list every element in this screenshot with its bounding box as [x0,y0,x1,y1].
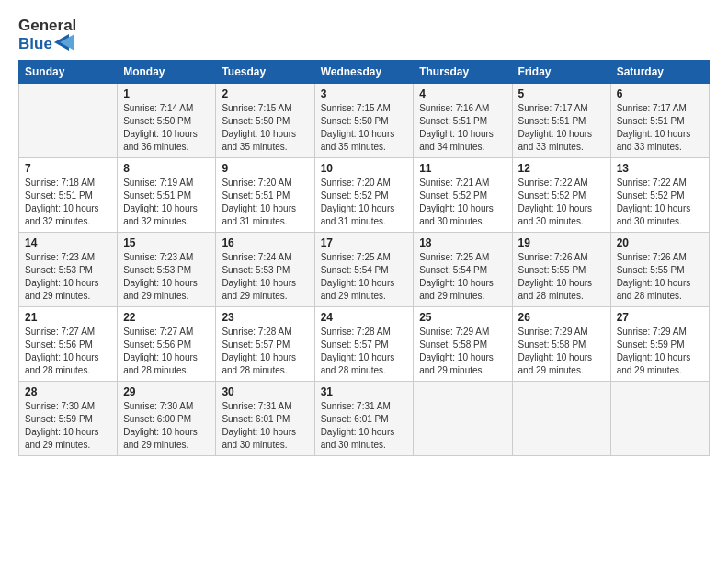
day-info: Sunrise: 7:29 AM Sunset: 5:58 PM Dayligh… [518,326,605,377]
day-info: Sunrise: 7:20 AM Sunset: 5:52 PM Dayligh… [321,177,408,228]
header-row: SundayMondayTuesdayWednesdayThursdayFrid… [19,61,710,84]
calendar-cell: 22Sunrise: 7:27 AM Sunset: 5:56 PM Dayli… [118,307,216,382]
day-info: Sunrise: 7:17 AM Sunset: 5:51 PM Dayligh… [518,102,605,154]
week-row-4: 21Sunrise: 7:27 AM Sunset: 5:56 PM Dayli… [19,307,710,382]
day-info: Sunrise: 7:28 AM Sunset: 5:57 PM Dayligh… [222,326,308,377]
day-number: 10 [321,162,408,175]
day-info: Sunrise: 7:28 AM Sunset: 5:57 PM Dayligh… [321,326,408,377]
day-number: 20 [617,236,703,249]
calendar-cell [512,382,610,456]
calendar-cell: 2Sunrise: 7:15 AM Sunset: 5:50 PM Daylig… [216,84,314,158]
weekday-header-tuesday: Tuesday [216,61,314,84]
calendar-cell: 9Sunrise: 7:20 AM Sunset: 5:51 PM Daylig… [216,158,314,233]
day-info: Sunrise: 7:20 AM Sunset: 5:51 PM Dayligh… [222,177,308,228]
calendar-cell: 4Sunrise: 7:16 AM Sunset: 5:51 PM Daylig… [414,84,512,158]
weekday-header-wednesday: Wednesday [314,61,414,84]
weekday-header-monday: Monday [118,61,216,84]
day-number: 7 [25,162,111,175]
day-number: 5 [518,87,605,100]
calendar-cell: 13Sunrise: 7:22 AM Sunset: 5:52 PM Dayli… [610,158,709,233]
calendar-table: SundayMondayTuesdayWednesdayThursdayFrid… [18,60,710,456]
day-number: 14 [25,236,111,249]
logo-blue: Blue [18,35,76,53]
week-row-2: 7Sunrise: 7:18 AM Sunset: 5:51 PM Daylig… [19,158,710,233]
day-number: 2 [222,87,308,100]
calendar-cell: 6Sunrise: 7:17 AM Sunset: 5:51 PM Daylig… [610,84,709,158]
day-info: Sunrise: 7:30 AM Sunset: 6:00 PM Dayligh… [123,400,210,452]
day-number: 24 [321,311,408,324]
calendar-cell: 17Sunrise: 7:25 AM Sunset: 5:54 PM Dayli… [314,233,414,307]
calendar-cell [19,84,118,158]
calendar-cell: 24Sunrise: 7:28 AM Sunset: 5:57 PM Dayli… [314,307,414,382]
day-info: Sunrise: 7:21 AM Sunset: 5:52 PM Dayligh… [419,177,506,228]
calendar-cell: 27Sunrise: 7:29 AM Sunset: 5:59 PM Dayli… [610,307,709,382]
day-number: 1 [123,87,210,100]
day-info: Sunrise: 7:15 AM Sunset: 5:50 PM Dayligh… [222,102,308,154]
calendar-cell: 19Sunrise: 7:26 AM Sunset: 5:55 PM Dayli… [512,233,610,307]
calendar-cell: 7Sunrise: 7:18 AM Sunset: 5:51 PM Daylig… [19,158,118,233]
day-info: Sunrise: 7:16 AM Sunset: 5:51 PM Dayligh… [419,102,506,154]
day-number: 30 [222,385,308,398]
week-row-1: 1Sunrise: 7:14 AM Sunset: 5:50 PM Daylig… [19,84,710,158]
calendar-cell: 21Sunrise: 7:27 AM Sunset: 5:56 PM Dayli… [19,307,118,382]
calendar-cell: 16Sunrise: 7:24 AM Sunset: 5:53 PM Dayli… [216,233,314,307]
day-info: Sunrise: 7:26 AM Sunset: 5:55 PM Dayligh… [518,251,605,303]
day-info: Sunrise: 7:24 AM Sunset: 5:53 PM Dayligh… [222,251,308,303]
day-info: Sunrise: 7:27 AM Sunset: 5:56 PM Dayligh… [123,326,210,377]
calendar-cell: 30Sunrise: 7:31 AM Sunset: 6:01 PM Dayli… [216,382,314,456]
day-info: Sunrise: 7:19 AM Sunset: 5:51 PM Dayligh… [123,177,210,228]
calendar-cell: 23Sunrise: 7:28 AM Sunset: 5:57 PM Dayli… [216,307,314,382]
calendar-cell [610,382,709,456]
logo: General Blue [18,17,76,52]
day-number: 19 [518,236,605,249]
calendar-cell: 10Sunrise: 7:20 AM Sunset: 5:52 PM Dayli… [314,158,414,233]
calendar-cell: 14Sunrise: 7:23 AM Sunset: 5:53 PM Dayli… [19,233,118,307]
day-info: Sunrise: 7:29 AM Sunset: 5:58 PM Dayligh… [419,326,506,377]
page-container: General Blue SundayMondayTuesdayWednesda… [0,0,728,465]
day-number: 4 [419,87,506,100]
weekday-header-thursday: Thursday [414,61,512,84]
calendar-cell: 25Sunrise: 7:29 AM Sunset: 5:58 PM Dayli… [414,307,512,382]
day-number: 28 [25,385,111,398]
day-number: 31 [321,385,408,398]
calendar-cell: 12Sunrise: 7:22 AM Sunset: 5:52 PM Dayli… [512,158,610,233]
calendar-header: SundayMondayTuesdayWednesdayThursdayFrid… [19,61,710,84]
day-number: 23 [222,311,308,324]
day-info: Sunrise: 7:22 AM Sunset: 5:52 PM Dayligh… [617,177,703,228]
logo-arrow-icon [54,34,74,51]
day-info: Sunrise: 7:26 AM Sunset: 5:55 PM Dayligh… [617,251,703,303]
calendar-cell: 5Sunrise: 7:17 AM Sunset: 5:51 PM Daylig… [512,84,610,158]
day-number: 6 [617,87,703,100]
day-number: 29 [123,385,210,398]
day-info: Sunrise: 7:25 AM Sunset: 5:54 PM Dayligh… [321,251,408,303]
day-number: 18 [419,236,506,249]
day-info: Sunrise: 7:31 AM Sunset: 6:01 PM Dayligh… [222,400,308,452]
day-info: Sunrise: 7:22 AM Sunset: 5:52 PM Dayligh… [518,177,605,228]
day-number: 25 [419,311,506,324]
calendar-cell: 3Sunrise: 7:15 AM Sunset: 5:50 PM Daylig… [314,84,414,158]
day-info: Sunrise: 7:15 AM Sunset: 5:50 PM Dayligh… [321,102,408,154]
week-row-5: 28Sunrise: 7:30 AM Sunset: 5:59 PM Dayli… [19,382,710,456]
day-number: 8 [123,162,210,175]
day-info: Sunrise: 7:23 AM Sunset: 5:53 PM Dayligh… [25,251,111,303]
day-info: Sunrise: 7:23 AM Sunset: 5:53 PM Dayligh… [123,251,210,303]
calendar-body: 1Sunrise: 7:14 AM Sunset: 5:50 PM Daylig… [19,84,710,456]
day-number: 9 [222,162,308,175]
weekday-header-friday: Friday [512,61,610,84]
day-info: Sunrise: 7:27 AM Sunset: 5:56 PM Dayligh… [25,326,111,377]
day-number: 13 [617,162,703,175]
page-header: General Blue [18,17,710,52]
day-info: Sunrise: 7:14 AM Sunset: 5:50 PM Dayligh… [123,102,210,154]
day-number: 16 [222,236,308,249]
calendar-cell: 15Sunrise: 7:23 AM Sunset: 5:53 PM Dayli… [118,233,216,307]
calendar-cell: 8Sunrise: 7:19 AM Sunset: 5:51 PM Daylig… [118,158,216,233]
day-info: Sunrise: 7:25 AM Sunset: 5:54 PM Dayligh… [419,251,506,303]
day-number: 21 [25,311,111,324]
weekday-header-sunday: Sunday [19,61,118,84]
day-number: 17 [321,236,408,249]
calendar-cell: 1Sunrise: 7:14 AM Sunset: 5:50 PM Daylig… [118,84,216,158]
calendar-cell [414,382,512,456]
weekday-header-saturday: Saturday [610,61,709,84]
logo-general: General [18,17,76,35]
calendar-cell: 11Sunrise: 7:21 AM Sunset: 5:52 PM Dayli… [414,158,512,233]
